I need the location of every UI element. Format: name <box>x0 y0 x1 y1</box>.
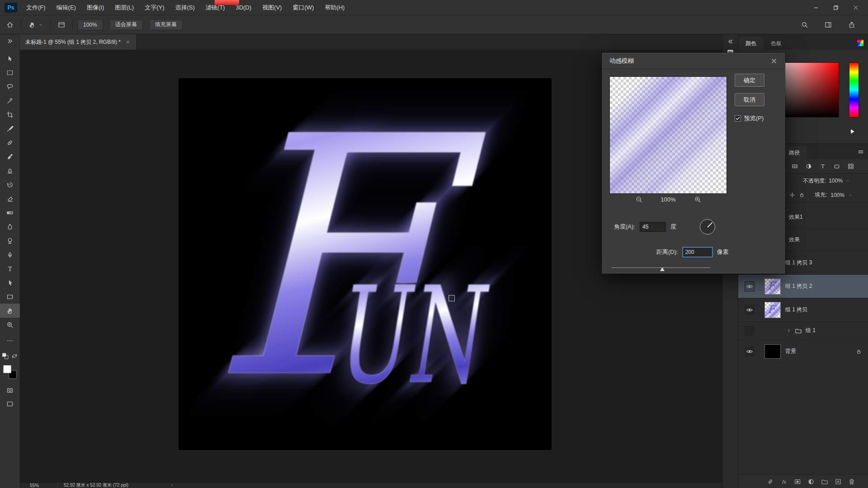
lock-all-icon[interactable] <box>799 192 805 198</box>
menu-item-7[interactable]: 滤镜(T) <box>200 4 231 11</box>
preview-checkbox[interactable] <box>735 115 741 122</box>
wand-tool[interactable] <box>0 94 20 108</box>
edit-toolbar-icon[interactable] <box>6 337 14 344</box>
smart-filter-icon[interactable] <box>847 163 854 170</box>
document-canvas[interactable]: F UN <box>179 78 552 450</box>
layer-thumbnail[interactable]: F <box>764 278 781 295</box>
eye-icon[interactable] <box>745 282 755 291</box>
fill-value[interactable]: 100% <box>830 192 844 198</box>
tool-preset-caret-icon[interactable] <box>38 21 43 28</box>
gradient-tool[interactable] <box>0 206 20 220</box>
hand-tool-options-icon[interactable] <box>28 21 36 28</box>
layer-name[interactable]: 组 1 拷贝 2 <box>785 282 812 290</box>
dialog-close-icon[interactable] <box>770 57 778 65</box>
dialog-titlebar[interactable]: 动感模糊 <box>602 53 785 69</box>
layer-name[interactable]: 组 1 拷贝 3 <box>785 259 812 267</box>
mask-icon[interactable] <box>794 478 801 485</box>
new-layer-icon[interactable] <box>835 478 842 485</box>
layer-row-6[interactable]: 组 1 <box>738 322 868 340</box>
distance-input[interactable] <box>683 247 712 257</box>
expand-panels-icon[interactable] <box>727 38 734 45</box>
eye-icon[interactable] <box>745 305 755 315</box>
angle-input[interactable] <box>640 222 666 232</box>
minimize-icon[interactable] <box>813 5 819 11</box>
fill-screen-button[interactable]: 填充屏幕 <box>149 19 183 30</box>
fx-icon[interactable]: fx <box>780 478 788 485</box>
search-icon[interactable] <box>801 21 808 28</box>
menu-item-3[interactable]: 图像(I) <box>81 4 109 11</box>
eyedropper-tool[interactable] <box>0 122 20 136</box>
layer-name[interactable]: 组 1 拷贝 <box>785 306 807 314</box>
zoom-tool[interactable] <box>0 318 20 332</box>
lasso-tool[interactable] <box>0 80 20 94</box>
type-filter-icon[interactable]: T <box>819 163 826 170</box>
layer-name[interactable]: 效果 <box>789 236 800 244</box>
swap-colors-icon[interactable] <box>11 352 18 360</box>
opacity-caret-icon[interactable] <box>845 178 850 183</box>
shape-filter-icon[interactable] <box>833 163 840 170</box>
adjust-icon[interactable] <box>807 478 815 485</box>
menu-item-10[interactable]: 窗口(W) <box>287 4 319 11</box>
menu-item-1[interactable]: 文件(F) <box>21 4 51 11</box>
healing-tool[interactable] <box>0 136 20 150</box>
document-tab[interactable]: 未标题-1 @ 55% (组 1 拷贝 2, RGB/8) * <box>20 34 137 50</box>
expand-toolbar-icon[interactable] <box>0 35 19 47</box>
stamp-tool[interactable] <box>0 164 20 178</box>
zoom-in-icon[interactable] <box>694 196 701 203</box>
blur-tool[interactable] <box>0 220 20 234</box>
folder-icon[interactable] <box>821 478 828 485</box>
tab-color[interactable]: 颜色 <box>738 37 764 50</box>
tab-swatches[interactable]: 色板 <box>764 37 789 50</box>
opacity-value[interactable]: 100% <box>829 178 843 184</box>
menu-item-5[interactable]: 文字(Y) <box>139 4 170 11</box>
trash-icon[interactable] <box>848 478 855 485</box>
crop-tool[interactable] <box>0 108 20 122</box>
pixel-filter-icon[interactable] <box>791 163 798 170</box>
fit-screen-button[interactable]: 适合屏幕 <box>109 19 143 30</box>
maximize-icon[interactable] <box>833 5 839 11</box>
menu-item-8[interactable]: 3D(D) <box>230 4 257 11</box>
menu-item-2[interactable]: 编辑(E) <box>51 4 81 11</box>
quick-mask-icon[interactable] <box>6 387 14 394</box>
shape-tool[interactable] <box>0 290 20 304</box>
layer-name[interactable]: 效果1 <box>789 213 803 221</box>
menu-item-6[interactable]: 选择(S) <box>170 4 200 11</box>
path-select-tool[interactable] <box>0 276 20 290</box>
move-tool[interactable] <box>0 52 20 66</box>
menu-item-11[interactable]: 帮助(H) <box>319 4 350 11</box>
eye-icon[interactable] <box>745 347 755 357</box>
zoom-100-button[interactable]: 100% <box>77 19 103 30</box>
home-icon[interactable] <box>6 21 14 28</box>
ok-button[interactable]: 确定 <box>735 74 764 87</box>
workspace-icon[interactable] <box>825 21 832 28</box>
status-zoom-field[interactable]: 55% <box>30 483 58 488</box>
slider-thumb-icon[interactable] <box>660 267 665 271</box>
fill-caret-icon[interactable] <box>848 193 853 197</box>
marquee-tool[interactable] <box>0 66 20 80</box>
link-icon[interactable] <box>767 478 774 485</box>
screen-mode-icon[interactable] <box>6 400 14 408</box>
close-window-icon[interactable] <box>853 5 859 11</box>
menu-item-9[interactable]: 视图(V) <box>257 4 287 11</box>
arrange-windows-icon[interactable] <box>58 21 65 28</box>
panel-menu-icon[interactable] <box>857 148 864 155</box>
hue-strip[interactable] <box>849 62 859 117</box>
status-options-icon[interactable] <box>170 483 175 488</box>
lock-move-icon[interactable] <box>789 192 795 198</box>
expand-group-icon[interactable] <box>786 327 792 334</box>
distance-slider[interactable] <box>612 264 710 272</box>
angle-dial[interactable] <box>700 219 715 235</box>
hand-tool[interactable] <box>0 304 20 318</box>
brush-tool[interactable] <box>0 150 20 164</box>
cancel-button[interactable]: 取消 <box>735 93 764 106</box>
adjust-filter-icon[interactable] <box>805 163 812 170</box>
history-brush-tool[interactable] <box>0 178 20 192</box>
layer-thumbnail[interactable] <box>764 344 781 359</box>
blur-preview[interactable] <box>609 76 727 194</box>
tab-paths[interactable]: 路径 <box>782 146 807 159</box>
dodge-tool[interactable] <box>0 234 20 248</box>
close-tab-icon[interactable] <box>125 39 131 45</box>
zoom-out-icon[interactable] <box>635 196 642 203</box>
pen-tool[interactable] <box>0 248 20 262</box>
eraser-tool[interactable] <box>0 192 20 206</box>
